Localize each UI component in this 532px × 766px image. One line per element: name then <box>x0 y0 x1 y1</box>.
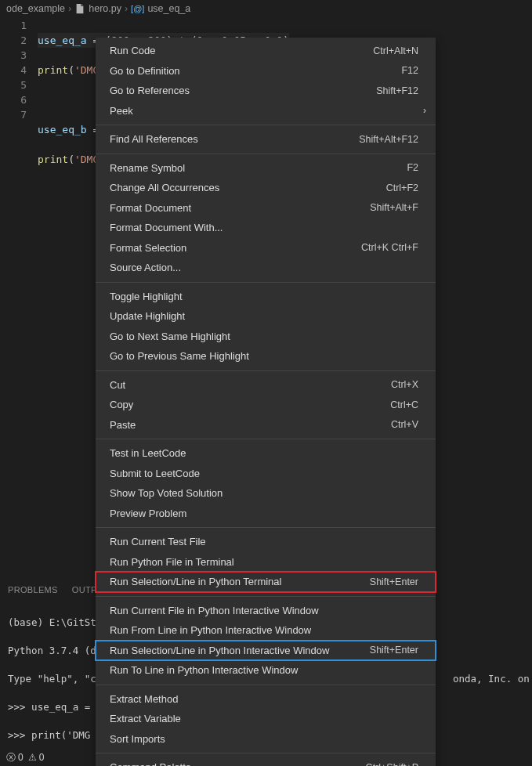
menu-separator <box>96 685 436 685</box>
menu-item[interactable]: Run To Line in Python Interactive Window <box>96 660 436 681</box>
menu-item[interactable]: Format Document With... <box>96 218 436 238</box>
chevron-right-icon: › <box>68 0 71 17</box>
menu-item-label: Test in LeetCode <box>110 447 418 459</box>
menu-item[interactable]: Go to Previous Same Highlight <box>96 346 436 367</box>
menu-item[interactable]: Test in LeetCode <box>96 443 436 464</box>
menu-item[interactable]: Update Highlight <box>96 306 436 327</box>
menu-item[interactable]: Run CodeCtrl+Alt+N <box>96 41 436 61</box>
menu-item-label: Go to Previous Same Highlight <box>110 350 418 362</box>
menu-item[interactable]: Run Current File in Python Interactive W… <box>96 601 436 621</box>
menu-item[interactable]: CutCtrl+X <box>96 375 436 396</box>
menu-item-label: Format Document With... <box>110 222 418 233</box>
breadcrumb-file[interactable]: hero.py <box>89 0 121 17</box>
menu-item-shortcut: F12 <box>401 65 418 76</box>
menu-item-shortcut: Shift+Alt+F <box>370 202 418 213</box>
menu-item[interactable]: Run Current Test File <box>96 532 436 552</box>
menu-separator <box>96 282 436 283</box>
menu-item-label: Preview Problem <box>110 508 418 519</box>
error-icon: ⓧ <box>6 751 16 764</box>
menu-item[interactable]: Find All ReferencesShift+Alt+F12 <box>96 129 436 150</box>
menu-item-shortcut: Ctrl+C <box>390 399 418 410</box>
menu-item-label: Sort Imports <box>110 733 418 745</box>
status-warnings[interactable]: ⚠ 0 <box>28 752 45 763</box>
tab-problems[interactable]: PROBLEMS <box>8 585 58 594</box>
menu-item-label: Run Selection/Line in Python Terminal <box>110 576 370 587</box>
menu-item[interactable]: Peek› <box>96 101 436 121</box>
menu-item-label: Run Python File in Terminal <box>110 556 418 568</box>
status-errors[interactable]: ⓧ 0 <box>6 751 24 764</box>
menu-item[interactable]: Run From Line in Python Interactive Wind… <box>96 620 436 641</box>
menu-item-shortcut: Shift+Alt+F12 <box>359 134 418 145</box>
symbol-variable-icon: [@] <box>131 0 144 17</box>
line-number: 3 <box>0 48 27 63</box>
code-token: use_eq_b <box>38 124 87 135</box>
code-token: print <box>38 154 68 165</box>
menu-item-label: Change All Occurrences <box>110 182 386 193</box>
menu-item-shortcut: Ctrl+X <box>391 379 418 390</box>
menu-item[interactable]: Format SelectionCtrl+K Ctrl+F <box>96 238 436 258</box>
menu-item[interactable]: Extract Method <box>96 689 436 710</box>
menu-item-label: Find All References <box>110 133 359 145</box>
menu-item-label: Run Selection/Line in Python Interactive… <box>110 645 370 656</box>
menu-separator <box>96 527 436 528</box>
menu-item-label: Submit to LeetCode <box>110 468 418 479</box>
menu-item[interactable]: Rename SymbolF2 <box>96 158 436 179</box>
menu-item-label: Paste <box>110 419 391 431</box>
menu-item[interactable]: Run Selection/Line in Python Interactive… <box>96 641 436 661</box>
menu-item[interactable]: PasteCtrl+V <box>96 415 436 435</box>
menu-separator <box>96 125 436 125</box>
menu-item[interactable]: Extract Variable <box>96 709 436 729</box>
menu-item-shortcut: F2 <box>407 162 418 173</box>
menu-item[interactable]: Go to DefinitionF12 <box>96 61 436 81</box>
menu-item-label: Run To Line in Python Interactive Window <box>110 664 418 676</box>
menu-item-label: Extract Variable <box>110 713 418 724</box>
breadcrumb-symbol[interactable]: use_eq_a <box>147 0 190 17</box>
menu-item[interactable]: Change All OccurrencesCtrl+F2 <box>96 178 436 198</box>
menu-item-label: Go to Next Same Highlight <box>110 331 418 342</box>
menu-item-shortcut: Shift+F12 <box>376 85 418 96</box>
menu-item-label: Copy <box>110 399 390 410</box>
code-token: use_eq_a <box>38 34 87 46</box>
menu-item-label: Run From Line in Python Interactive Wind… <box>110 624 418 636</box>
line-number: 7 <box>0 107 27 122</box>
menu-item[interactable]: Source Action... <box>96 258 436 278</box>
menu-item[interactable]: Command Palette...Ctrl+Shift+P <box>96 757 436 766</box>
context-menu: Run CodeCtrl+Alt+NGo to DefinitionF12Go … <box>96 38 436 766</box>
menu-item-label: Command Palette... <box>110 761 366 766</box>
menu-item-label: Run Code <box>110 45 373 56</box>
menu-item-shortcut: Ctrl+F2 <box>386 182 418 193</box>
menu-item-label: Peek <box>110 105 418 117</box>
menu-item[interactable]: CopyCtrl+C <box>96 395 436 415</box>
line-number: 1 <box>0 18 27 33</box>
menu-item[interactable]: Sort Imports <box>96 729 436 750</box>
menu-item[interactable]: Run Selection/Line in Python TerminalShi… <box>96 572 436 592</box>
menu-item[interactable]: Show Top Voted Solution <box>96 483 436 504</box>
menu-separator <box>96 439 436 439</box>
line-number: 5 <box>0 78 27 92</box>
chevron-right-icon: › <box>125 0 128 17</box>
line-number: 6 <box>0 92 27 107</box>
line-number: 2 <box>0 33 27 48</box>
menu-item[interactable]: Submit to LeetCode <box>96 464 436 484</box>
menu-item-label: Toggle Highlight <box>110 291 418 302</box>
menu-item[interactable]: Go to Next Same Highlight <box>96 327 436 347</box>
menu-separator <box>96 370 436 371</box>
menu-item[interactable]: Toggle Highlight <box>96 287 436 307</box>
menu-item-label: Rename Symbol <box>110 162 407 174</box>
menu-item-label: Show Top Voted Solution <box>110 487 418 499</box>
line-number: 4 <box>0 63 27 78</box>
menu-item-label: Cut <box>110 379 391 391</box>
status-warning-count: 0 <box>39 752 45 763</box>
menu-item[interactable]: Preview Problem <box>96 504 436 524</box>
status-error-count: 0 <box>18 752 24 763</box>
menu-separator <box>96 154 436 154</box>
menu-item[interactable]: Go to ReferencesShift+F12 <box>96 81 436 101</box>
menu-item-label: Extract Method <box>110 693 418 705</box>
menu-item-label: Format Document <box>110 202 370 214</box>
menu-separator <box>96 596 436 597</box>
menu-item[interactable]: Run Python File in Terminal <box>96 552 436 573</box>
menu-item-label: Format Selection <box>110 242 361 254</box>
breadcrumb-folder[interactable]: ode_example <box>6 0 65 17</box>
menu-item[interactable]: Format DocumentShift+Alt+F <box>96 198 436 219</box>
menu-item-shortcut: Shift+Enter <box>370 645 418 656</box>
